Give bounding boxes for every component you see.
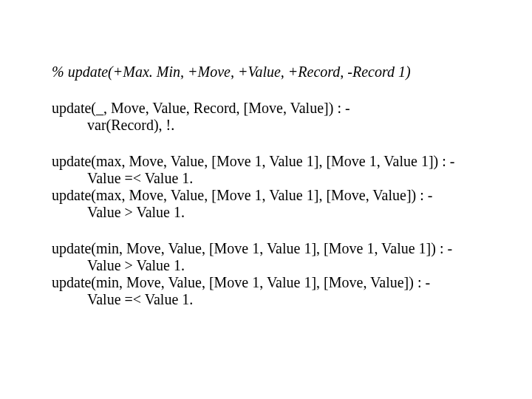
comment-line: % update(+Max. Min, +Move, +Value, +Reco… [52, 64, 480, 81]
clause-block-0: update(_, Move, Value, Record, [Move, Va… [52, 100, 480, 134]
code-line: Value =< Value 1. [52, 170, 480, 187]
code-listing: % update(+Max. Min, +Move, +Value, +Reco… [0, 0, 532, 308]
code-line: update(min, Move, Value, [Move 1, Value … [52, 274, 480, 291]
code-line: update(max, Move, Value, [Move 1, Value … [52, 187, 480, 204]
code-line: var(Record), !. [52, 117, 480, 134]
clause-block-1: update(max, Move, Value, [Move 1, Value … [52, 153, 480, 221]
code-line: Value > Value 1. [52, 257, 480, 274]
code-line: Value > Value 1. [52, 204, 480, 221]
code-line: Value =< Value 1. [52, 291, 480, 308]
code-line: update(min, Move, Value, [Move 1, Value … [52, 240, 480, 257]
clause-block-2: update(min, Move, Value, [Move 1, Value … [52, 240, 480, 308]
code-line: update(_, Move, Value, Record, [Move, Va… [52, 100, 480, 117]
code-line: update(max, Move, Value, [Move 1, Value … [52, 153, 480, 170]
